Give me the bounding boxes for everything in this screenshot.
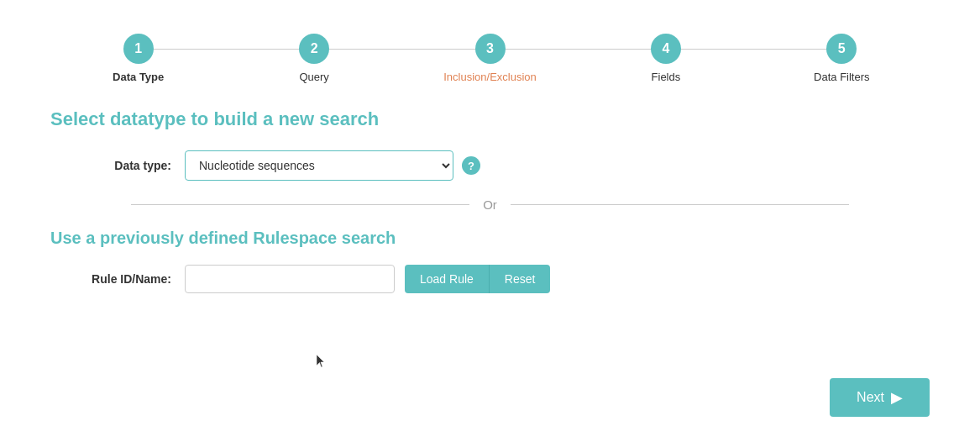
section2-title: Use a previously defined Rulespace searc…: [50, 229, 930, 248]
stepper-step-2: 2 Query: [226, 34, 401, 83]
or-divider: Or: [118, 197, 862, 212]
reset-button[interactable]: Reset: [489, 265, 551, 293]
load-rule-button[interactable]: Load Rule: [405, 265, 489, 293]
rule-row: Rule ID/Name: Load Rule Reset: [50, 265, 930, 293]
stepper-step-3: 3 Inclusion/Exclusion: [402, 34, 578, 83]
next-arrow-icon: ▶: [891, 388, 903, 407]
section1-title: Select datatype to build a new search: [50, 108, 930, 130]
datatype-row: Data type: Nucleotide sequences Protein …: [50, 150, 930, 181]
or-text: Or: [483, 197, 497, 212]
step-circle-5: 5: [826, 34, 857, 64]
next-button[interactable]: Next ▶: [830, 378, 930, 417]
datatype-label: Data type:: [50, 159, 185, 172]
step-label-1: Data Type: [113, 71, 164, 83]
step-circle-4: 4: [651, 34, 681, 64]
footer: Next ▶: [830, 378, 930, 417]
step-label-5: Data Filters: [814, 71, 869, 83]
step-label-4: Fields: [652, 71, 681, 83]
step-circle-1: 1: [123, 34, 154, 64]
step-circle-3: 3: [475, 34, 506, 64]
cursor: [316, 354, 326, 369]
rule-id-input[interactable]: [185, 265, 395, 293]
next-label: Next: [857, 390, 884, 405]
datatype-select[interactable]: Nucleotide sequences Protein sequences G…: [185, 150, 453, 181]
stepper-step-4: 4 Fields: [578, 34, 753, 83]
help-icon[interactable]: ?: [462, 156, 480, 175]
step-label-2: Query: [299, 71, 328, 83]
step-circle-2: 2: [299, 34, 329, 64]
step-label-3: Inclusion/Exclusion: [443, 71, 537, 83]
stepper-step-1: 1 Data Type: [50, 34, 226, 83]
rule-btn-group: Load Rule Reset: [405, 265, 550, 293]
stepper: 1 Data Type 2 Query 3 Inclusion/Exclusio…: [0, 0, 980, 100]
rule-label: Rule ID/Name:: [50, 272, 185, 286]
main-content: Select datatype to build a new search Da…: [0, 100, 980, 324]
stepper-step-5: 5 Data Filters: [754, 34, 930, 83]
